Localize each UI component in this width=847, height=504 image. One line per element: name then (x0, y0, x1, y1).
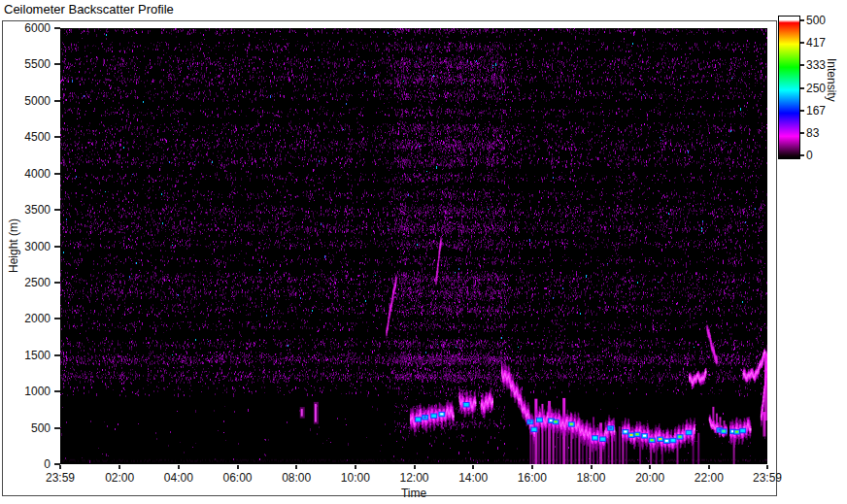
colorbar-tick-label: 417 (806, 36, 839, 50)
colorbar-tick-mark (800, 110, 804, 112)
y-tick-label: 1000 (8, 385, 51, 398)
y-axis-label: Height (m) (7, 185, 22, 306)
y-tick-label: 4500 (8, 130, 51, 144)
y-tick-label: 500 (8, 421, 51, 435)
y-tick-mark (54, 427, 60, 429)
x-tick-mark (472, 465, 474, 469)
colorbar-tick-label: 500 (806, 14, 839, 27)
colorbar-tick-mark (800, 64, 804, 66)
colorbar-tick-mark (800, 132, 804, 134)
x-tick-label: 23:59 (746, 471, 789, 485)
x-tick-label: 08:00 (275, 471, 318, 485)
y-tick-mark (54, 100, 60, 102)
y-tick-mark (54, 136, 60, 138)
colorbar-label: Intensity (825, 58, 838, 102)
y-tick-mark (54, 354, 60, 356)
y-tick-label: 4000 (8, 167, 51, 181)
y-tick-label: 5000 (8, 94, 51, 108)
x-tick-label: 23:59 (39, 471, 82, 485)
colorbar-tick-mark (800, 87, 804, 89)
y-tick-label: 2000 (8, 312, 51, 325)
y-tick-mark (54, 318, 60, 319)
x-tick-mark (531, 465, 533, 469)
colorbar-tick-mark (800, 42, 804, 44)
x-tick-mark (766, 465, 768, 469)
y-tick-mark (54, 63, 60, 65)
x-tick-label: 06:00 (217, 471, 259, 485)
x-tick-mark (355, 465, 356, 469)
x-tick-label: 02:00 (98, 471, 141, 485)
x-tick-label: 18:00 (570, 471, 613, 485)
x-tick-label: 22:00 (688, 471, 730, 485)
y-tick-mark (54, 282, 60, 284)
colorbar-tick-label: 0 (806, 149, 839, 162)
y-tick-mark (54, 390, 60, 392)
y-tick-label: 0 (8, 457, 51, 471)
y-tick-mark (54, 246, 60, 248)
x-tick-mark (237, 465, 239, 469)
x-tick-label: 20:00 (628, 471, 671, 485)
colorbar-tick-label: 83 (806, 126, 839, 140)
x-tick-mark (649, 465, 651, 469)
x-tick-mark (178, 465, 180, 469)
x-tick-label: 12:00 (393, 471, 436, 485)
x-tick-mark (591, 465, 593, 469)
x-tick-label: 16:00 (511, 471, 554, 485)
x-tick-mark (708, 465, 710, 469)
x-tick-label: 14:00 (452, 471, 494, 485)
y-tick-mark (54, 209, 60, 211)
backscatter-heatmap (60, 28, 767, 464)
x-tick-label: 04:00 (157, 471, 200, 485)
colorbar-tick-mark (800, 154, 804, 156)
app-window: Ceilometer Backscatter Profile 600055005… (0, 0, 847, 504)
y-tick-label: 5500 (8, 57, 51, 71)
x-tick-mark (59, 465, 61, 469)
y-tick-label: 6000 (8, 21, 51, 35)
x-tick-mark (295, 465, 297, 469)
x-tick-mark (119, 465, 120, 469)
y-tick-mark (54, 27, 60, 29)
page-title: Ceilometer Backscatter Profile (4, 2, 174, 17)
colorbar-tick-label: 167 (806, 104, 839, 118)
y-tick-mark (54, 173, 60, 175)
x-axis-label: Time (385, 487, 443, 500)
colorbar (778, 16, 800, 159)
x-tick-label: 10:00 (334, 471, 377, 485)
x-tick-mark (414, 465, 416, 469)
y-tick-label: 1500 (8, 349, 51, 362)
colorbar-tick-mark (800, 19, 804, 21)
